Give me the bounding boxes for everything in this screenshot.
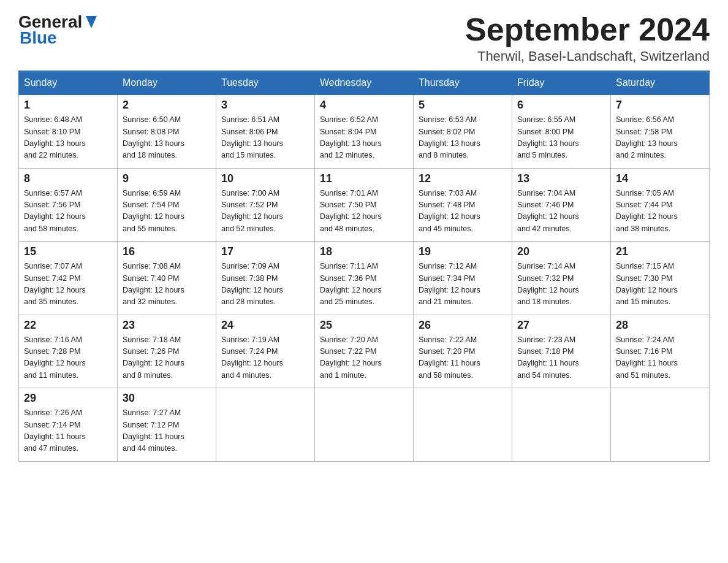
day-number: 19 [419,245,507,258]
table-row: 9Sunrise: 6:59 AMSunset: 7:54 PMDaylight… [118,168,216,242]
table-row: 2Sunrise: 6:50 AMSunset: 8:08 PMDaylight… [118,95,216,169]
day-info: Sunrise: 7:12 AMSunset: 7:34 PMDaylight:… [419,261,507,308]
day-info: Sunrise: 7:27 AMSunset: 7:12 PMDaylight:… [123,407,211,455]
table-row: 28Sunrise: 7:24 AMSunset: 7:16 PMDayligh… [611,315,710,388]
day-number: 17 [221,245,309,258]
table-row: 29Sunrise: 7:26 AMSunset: 7:14 PMDayligh… [19,388,118,462]
day-number: 24 [221,319,309,332]
table-row: 12Sunrise: 7:03 AMSunset: 7:48 PMDayligh… [414,168,512,242]
col-saturday: Saturday [611,71,710,95]
table-row: 18Sunrise: 7:11 AMSunset: 7:36 PMDayligh… [315,242,414,315]
table-row: 5Sunrise: 6:53 AMSunset: 8:02 PMDaylight… [414,95,512,169]
day-info: Sunrise: 7:11 AMSunset: 7:36 PMDaylight:… [320,261,408,308]
table-row: 21Sunrise: 7:15 AMSunset: 7:30 PMDayligh… [611,242,710,315]
logo-area: General Blue [18,12,98,48]
day-number: 7 [616,99,704,112]
col-monday: Monday [118,71,216,95]
day-info: Sunrise: 7:20 AMSunset: 7:22 PMDaylight:… [320,334,408,382]
day-info: Sunrise: 6:56 AMSunset: 7:58 PMDaylight:… [616,114,704,162]
calendar-week-row: 22Sunrise: 7:16 AMSunset: 7:28 PMDayligh… [19,315,710,388]
table-row: 26Sunrise: 7:22 AMSunset: 7:20 PMDayligh… [414,315,512,388]
day-info: Sunrise: 7:07 AMSunset: 7:42 PMDaylight:… [24,261,112,308]
table-row: 7Sunrise: 6:56 AMSunset: 7:58 PMDaylight… [611,95,710,169]
logo-blue-label: Blue [20,28,57,48]
calendar-table: Sunday Monday Tuesday Wednesday Thursday… [18,71,710,462]
day-number: 15 [24,245,112,258]
day-info: Sunrise: 7:14 AMSunset: 7:32 PMDaylight:… [517,261,605,308]
table-row [414,388,512,462]
day-info: Sunrise: 7:26 AMSunset: 7:14 PMDaylight:… [24,407,112,455]
day-info: Sunrise: 7:03 AMSunset: 7:48 PMDaylight:… [419,188,507,236]
table-row: 22Sunrise: 7:16 AMSunset: 7:28 PMDayligh… [19,315,118,388]
day-info: Sunrise: 6:52 AMSunset: 8:04 PMDaylight:… [320,114,408,162]
day-number: 5 [419,99,507,112]
day-info: Sunrise: 7:00 AMSunset: 7:52 PMDaylight:… [221,188,309,236]
col-wednesday: Wednesday [315,71,414,95]
day-number: 26 [419,319,507,332]
day-info: Sunrise: 6:51 AMSunset: 8:06 PMDaylight:… [221,114,309,162]
day-number: 20 [517,245,605,258]
day-number: 9 [123,172,211,185]
calendar-week-row: 8Sunrise: 6:57 AMSunset: 7:56 PMDaylight… [19,168,710,242]
day-info: Sunrise: 6:53 AMSunset: 8:02 PMDaylight:… [419,114,507,162]
calendar-header-row: Sunday Monday Tuesday Wednesday Thursday… [19,71,710,95]
day-info: Sunrise: 7:24 AMSunset: 7:16 PMDaylight:… [616,334,704,382]
table-row: 25Sunrise: 7:20 AMSunset: 7:22 PMDayligh… [315,315,414,388]
day-info: Sunrise: 7:22 AMSunset: 7:20 PMDaylight:… [419,334,507,382]
day-info: Sunrise: 7:15 AMSunset: 7:30 PMDaylight:… [616,261,704,308]
table-row: 15Sunrise: 7:07 AMSunset: 7:42 PMDayligh… [19,242,118,315]
month-title: September 2024 [465,12,710,47]
day-info: Sunrise: 7:05 AMSunset: 7:44 PMDaylight:… [616,188,704,236]
day-number: 18 [320,245,408,258]
table-row: 11Sunrise: 7:01 AMSunset: 7:50 PMDayligh… [315,168,414,242]
day-number: 8 [24,172,112,185]
day-info: Sunrise: 6:57 AMSunset: 7:56 PMDaylight:… [24,188,112,236]
day-number: 1 [24,99,112,112]
day-info: Sunrise: 7:08 AMSunset: 7:40 PMDaylight:… [123,261,211,308]
day-number: 29 [24,392,112,405]
calendar-week-row: 15Sunrise: 7:07 AMSunset: 7:42 PMDayligh… [19,242,710,315]
table-row: 20Sunrise: 7:14 AMSunset: 7:32 PMDayligh… [512,242,611,315]
day-number: 6 [517,99,605,112]
table-row: 24Sunrise: 7:19 AMSunset: 7:24 PMDayligh… [216,315,315,388]
table-row: 23Sunrise: 7:18 AMSunset: 7:26 PMDayligh… [118,315,216,388]
day-number: 27 [517,319,605,332]
table-row: 27Sunrise: 7:23 AMSunset: 7:18 PMDayligh… [512,315,611,388]
table-row [512,388,611,462]
day-info: Sunrise: 7:23 AMSunset: 7:18 PMDaylight:… [517,334,605,382]
day-info: Sunrise: 7:16 AMSunset: 7:28 PMDaylight:… [24,334,112,382]
day-info: Sunrise: 7:04 AMSunset: 7:46 PMDaylight:… [517,188,605,236]
calendar-week-row: 29Sunrise: 7:26 AMSunset: 7:14 PMDayligh… [19,388,710,462]
location-title: Therwil, Basel-Landschaft, Switzerland [465,48,710,64]
table-row: 30Sunrise: 7:27 AMSunset: 7:12 PMDayligh… [118,388,216,462]
day-number: 14 [616,172,704,185]
day-info: Sunrise: 6:50 AMSunset: 8:08 PMDaylight:… [123,114,211,162]
table-row: 16Sunrise: 7:08 AMSunset: 7:40 PMDayligh… [118,242,216,315]
table-row: 17Sunrise: 7:09 AMSunset: 7:38 PMDayligh… [216,242,315,315]
col-sunday: Sunday [19,71,118,95]
day-info: Sunrise: 7:19 AMSunset: 7:24 PMDaylight:… [221,334,309,382]
page-header: General Blue September 2024 Therwil, Bas… [18,12,710,64]
day-number: 23 [123,319,211,332]
day-number: 22 [24,319,112,332]
day-info: Sunrise: 6:59 AMSunset: 7:54 PMDaylight:… [123,188,211,236]
day-info: Sunrise: 6:55 AMSunset: 8:00 PMDaylight:… [517,114,605,162]
day-number: 12 [419,172,507,185]
day-number: 25 [320,319,408,332]
day-info: Sunrise: 7:18 AMSunset: 7:26 PMDaylight:… [123,334,211,382]
table-row: 1Sunrise: 6:48 AMSunset: 8:10 PMDaylight… [19,95,118,169]
table-row: 13Sunrise: 7:04 AMSunset: 7:46 PMDayligh… [512,168,611,242]
table-row: 19Sunrise: 7:12 AMSunset: 7:34 PMDayligh… [414,242,512,315]
col-thursday: Thursday [414,71,512,95]
day-number: 10 [221,172,309,185]
table-row [611,388,710,462]
table-row: 3Sunrise: 6:51 AMSunset: 8:06 PMDaylight… [216,95,315,169]
day-number: 2 [123,99,211,112]
table-row [315,388,414,462]
day-number: 30 [123,392,211,405]
table-row: 10Sunrise: 7:00 AMSunset: 7:52 PMDayligh… [216,168,315,242]
svg-marker-0 [86,16,97,28]
calendar-week-row: 1Sunrise: 6:48 AMSunset: 8:10 PMDaylight… [19,95,710,169]
col-friday: Friday [512,71,611,95]
table-row: 4Sunrise: 6:52 AMSunset: 8:04 PMDaylight… [315,95,414,169]
